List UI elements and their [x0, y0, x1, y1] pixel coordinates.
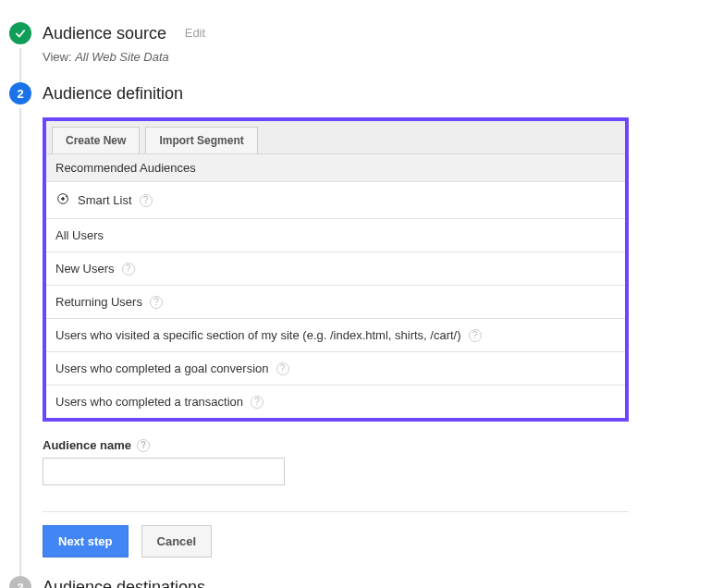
audience-row[interactable]: Smart List?	[46, 182, 625, 219]
step2-title: Audience definition	[43, 82, 183, 104]
panel-tabs: Create New Import Segment	[46, 121, 625, 154]
audience-row[interactable]: All Users	[46, 219, 625, 252]
next-step-button[interactable]: Next step	[43, 525, 129, 557]
help-icon[interactable]: ?	[469, 329, 482, 342]
check-icon	[14, 27, 27, 40]
audience-name-label-text: Audience name	[43, 438, 131, 452]
audience-list: Smart List?All UsersNew Users?Returning …	[46, 182, 625, 418]
button-row: Next step Cancel	[43, 525, 711, 557]
view-line: View: All Web Site Data	[43, 50, 711, 64]
step3-title: Audience destinations	[43, 576, 205, 588]
step-connector	[19, 108, 21, 578]
audience-row-label: Users who completed a goal conversion	[55, 361, 269, 375]
tab-create-new[interactable]: Create New	[52, 127, 140, 153]
svg-point-1	[62, 198, 65, 201]
help-icon[interactable]: ?	[137, 439, 150, 452]
help-icon[interactable]: ?	[122, 263, 135, 276]
cancel-button[interactable]: Cancel	[141, 525, 213, 557]
view-label: View:	[43, 50, 75, 64]
step-number-icon: 3	[9, 576, 31, 588]
audience-row-label: All Users	[55, 228, 104, 242]
smart-list-icon	[55, 191, 70, 209]
step-number-icon: 2	[9, 82, 31, 104]
divider	[43, 511, 629, 512]
step-done-icon	[9, 22, 31, 44]
step1-title: Audience source	[43, 22, 166, 44]
edit-link[interactable]: Edit	[185, 22, 205, 44]
audience-row[interactable]: New Users?	[46, 252, 625, 286]
tab-import-segment[interactable]: Import Segment	[145, 127, 257, 153]
recommended-header: Recommended Audiences	[46, 154, 625, 182]
audience-panel: Create New Import Segment Recommended Au…	[43, 117, 629, 422]
audience-row-label: Users who completed a transaction	[55, 395, 243, 409]
help-icon[interactable]: ?	[140, 194, 153, 207]
audience-name-label: Audience name ?	[43, 438, 711, 452]
step-connector	[19, 48, 21, 84]
view-name: All Web Site Data	[75, 50, 169, 64]
step-audience-destinations: 3 Audience destinations	[9, 576, 711, 588]
help-icon[interactable]: ?	[276, 362, 289, 375]
step-audience-definition: 2 Audience definition Create New Import …	[9, 82, 711, 557]
audience-row-label: Users who visited a specific section of …	[55, 328, 461, 342]
audience-row[interactable]: Users who completed a goal conversion?	[46, 352, 625, 386]
audience-row[interactable]: Returning Users?	[46, 286, 625, 319]
step-audience-source: Audience source Edit View: All Web Site …	[9, 22, 711, 64]
svg-point-2	[66, 195, 67, 197]
audience-name-input[interactable]	[43, 458, 285, 485]
audience-row-label: New Users	[55, 262, 115, 276]
audience-row[interactable]: Users who visited a specific section of …	[46, 319, 625, 352]
help-icon[interactable]: ?	[150, 296, 163, 309]
help-icon[interactable]: ?	[251, 396, 264, 409]
audience-row-label: Smart List	[78, 193, 132, 207]
audience-row-label: Returning Users	[55, 295, 142, 309]
audience-row[interactable]: Users who completed a transaction?	[46, 386, 625, 418]
